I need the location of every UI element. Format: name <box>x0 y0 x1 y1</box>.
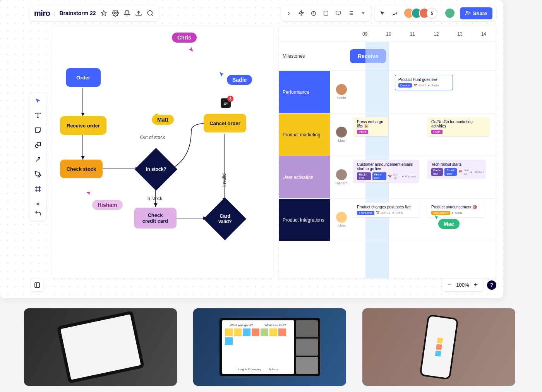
timeline-header: 09 10 11 12 13 14 <box>279 26 496 42</box>
note-icon[interactable] <box>322 9 330 17</box>
sticky-tool[interactable] <box>33 126 43 135</box>
more-icon[interactable] <box>359 9 367 17</box>
comment-thread[interactable]: 3 <box>221 98 231 108</box>
flow-node-check-cc[interactable]: Check credit card <box>134 208 177 229</box>
avatar <box>336 84 347 95</box>
cursor-sadie: Sadie <box>218 71 225 78</box>
flow-node-cancel[interactable]: Cancel order <box>204 114 246 132</box>
avatar <box>336 212 347 223</box>
edge-label-in-stock: In stock <box>146 196 162 201</box>
timeline-row-integrations: Product Integrations Chris Product chang… <box>279 199 496 241</box>
current-user-avatar[interactable] <box>444 8 455 19</box>
top-toolbar-right: › 5 Share <box>281 5 496 21</box>
chevron-right-icon[interactable]: › <box>285 9 293 17</box>
svg-rect-36 <box>35 283 39 287</box>
card-tech[interactable]: Tech rollout starts Back-endFront-end📅Ju… <box>427 160 485 178</box>
flowchart-frame[interactable]: Order Receive order Check stock In stock… <box>52 26 273 278</box>
flow-node-check-stock[interactable]: Check stock <box>60 160 103 178</box>
card-product-hunt[interactable]: Product Hunt goes live Design📅Oct 7●Sadi… <box>395 75 453 90</box>
zoom-level[interactable]: 100% <box>456 282 469 288</box>
help-button[interactable]: ? <box>487 280 496 290</box>
zoom-out-button[interactable]: − <box>446 281 453 289</box>
top-toolbar-left: miro | Brainstorm 22 <box>29 5 159 21</box>
tools-panel: » <box>29 93 46 211</box>
photo-phone <box>362 308 515 386</box>
photo-tv: What was good?What was bad? Insights & L… <box>193 308 346 386</box>
card-pchanges[interactable]: Product changes post goes live Front-end… <box>353 203 419 217</box>
list-icon[interactable] <box>347 9 355 17</box>
miro-logo[interactable]: miro <box>34 9 50 18</box>
search-icon[interactable] <box>146 9 154 17</box>
avatar <box>336 169 347 180</box>
settings-icon[interactable] <box>111 9 119 17</box>
svg-point-15 <box>466 11 468 13</box>
zoom-controls: − 100% + <box>442 279 483 291</box>
frames-panel-toggle[interactable] <box>31 279 43 291</box>
flow-node-order[interactable]: Order <box>66 68 101 87</box>
timeline-row-marketing: Product marketing Mae Press embargo lift… <box>279 113 496 156</box>
select-tool[interactable] <box>33 96 43 105</box>
timeline-frame[interactable]: 09 10 11 12 13 14 Milestones Receive Per… <box>279 26 496 278</box>
card-embargo[interactable]: Press embargo lifts 🎉 PMM <box>353 117 388 136</box>
svg-line-4 <box>151 14 153 15</box>
share-button[interactable]: Share <box>460 7 492 19</box>
comment-count-badge: 3 <box>227 96 233 102</box>
zoom-in-button[interactable]: + <box>472 281 479 289</box>
apps-group: › <box>281 5 371 21</box>
svg-marker-0 <box>101 10 106 15</box>
timeline-row-activation: User activation Hisham Customer announce… <box>279 156 496 199</box>
present-icon[interactable] <box>334 9 342 17</box>
export-icon[interactable] <box>135 9 142 17</box>
bolt-icon[interactable] <box>297 9 305 17</box>
svg-point-1 <box>114 12 116 14</box>
text-tool[interactable] <box>33 111 43 120</box>
edge-label-out-of-stock: Out of stock <box>140 135 165 140</box>
collab-group: 5 Share <box>375 5 496 21</box>
flow-connectors <box>52 26 273 278</box>
timer-icon[interactable] <box>310 9 317 17</box>
miro-app-window: miro | Brainstorm 22 › 5 <box>0 0 503 298</box>
reactions-icon[interactable] <box>391 9 399 17</box>
svg-point-3 <box>148 10 152 15</box>
undo-button[interactable] <box>29 205 46 221</box>
cursor-chris: Chris <box>172 34 197 41</box>
shape-tool[interactable] <box>33 140 43 150</box>
card-gonogo[interactable]: Go/No-Go for marketing activities PMM <box>427 117 489 136</box>
svg-marker-14 <box>362 12 364 14</box>
svg-rect-20 <box>37 142 41 146</box>
collaborator-avatars[interactable]: 5 <box>403 8 437 19</box>
svg-rect-8 <box>324 11 328 15</box>
flow-node-card-valid[interactable]: Card valid? <box>204 198 246 240</box>
cursor-matt: Matt <box>152 116 174 123</box>
star-icon[interactable] <box>100 9 108 17</box>
pen-tool[interactable] <box>33 170 43 179</box>
arrow-tool[interactable] <box>33 155 43 164</box>
edge-label-invalid: Invalid <box>221 174 227 187</box>
svg-marker-5 <box>299 10 304 15</box>
timeline-row-performance: Performance Sadie Product Hunt goes live… <box>279 71 496 113</box>
cursor-mae: Mae <box>434 214 440 220</box>
card-announce[interactable]: Customer announcement emails start to go… <box>353 160 419 182</box>
bell-icon[interactable] <box>123 9 131 17</box>
svg-line-22 <box>36 158 40 162</box>
flow-node-receive[interactable]: Receive order <box>60 116 106 135</box>
flow-node-in-stock[interactable]: In stock? <box>135 148 177 191</box>
svg-point-6 <box>312 11 316 15</box>
board-title[interactable]: Brainstorm 22 <box>60 10 96 16</box>
device-photos-row: What was good?What was bad? Insights & L… <box>24 308 515 386</box>
avatar-count[interactable]: 5 <box>427 8 437 19</box>
photo-tablet <box>24 308 177 386</box>
svg-rect-9 <box>336 11 341 14</box>
bottom-bar: − 100% + ? <box>31 279 496 291</box>
frame-tool[interactable] <box>33 184 43 194</box>
avatar <box>336 127 347 138</box>
cursor-icon[interactable] <box>379 9 386 17</box>
